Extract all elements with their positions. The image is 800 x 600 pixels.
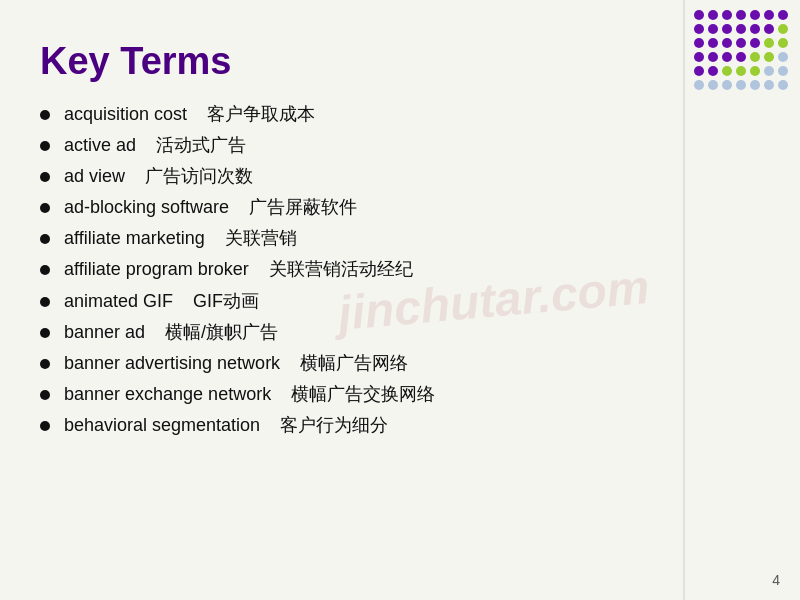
- list-item: behavioral segmentation客户行为细分: [40, 412, 760, 438]
- decoration-dot: [764, 10, 774, 20]
- term-chinese: 关联营销活动经纪: [269, 256, 413, 282]
- decoration-dot: [750, 10, 760, 20]
- decoration-dot: [778, 52, 788, 62]
- term-chinese: 横幅广告交换网络: [291, 381, 435, 407]
- list-item: banner ad横幅/旗帜广告: [40, 319, 760, 345]
- list-item: ad-blocking software广告屏蔽软件: [40, 194, 760, 220]
- bullet-icon: [40, 110, 50, 120]
- decoration-dot: [722, 24, 732, 34]
- list-item: active ad活动式广告: [40, 132, 760, 158]
- decoration-dot: [764, 52, 774, 62]
- decoration-dot: [722, 52, 732, 62]
- decoration-dot: [750, 80, 760, 90]
- term-chinese: 广告访问次数: [145, 163, 253, 189]
- bullet-icon: [40, 141, 50, 151]
- decoration-dot: [750, 52, 760, 62]
- term-chinese: 关联营销: [225, 225, 297, 251]
- bullet-icon: [40, 421, 50, 431]
- decoration-dot: [708, 38, 718, 48]
- term-english: banner advertising network: [64, 350, 280, 376]
- decoration-dot: [764, 80, 774, 90]
- vertical-line: [683, 0, 685, 600]
- dot-decoration: [694, 10, 790, 92]
- decoration-dot: [736, 10, 746, 20]
- decoration-dot: [708, 52, 718, 62]
- term-chinese: 广告屏蔽软件: [249, 194, 357, 220]
- decoration-dot: [736, 52, 746, 62]
- decoration-dot: [764, 24, 774, 34]
- decoration-dot: [778, 80, 788, 90]
- slide: Key Terms acquisition cost客户争取成本active a…: [0, 0, 800, 600]
- decoration-dot: [694, 24, 704, 34]
- bullet-icon: [40, 359, 50, 369]
- decoration-dot: [694, 66, 704, 76]
- decoration-dot: [750, 38, 760, 48]
- bullet-icon: [40, 297, 50, 307]
- list-item: banner exchange network横幅广告交换网络: [40, 381, 760, 407]
- term-english: behavioral segmentation: [64, 412, 260, 438]
- decoration-dot: [736, 80, 746, 90]
- decoration-dot: [708, 24, 718, 34]
- term-chinese: 活动式广告: [156, 132, 246, 158]
- decoration-dot: [778, 38, 788, 48]
- decoration-dot: [694, 10, 704, 20]
- decoration-dot: [736, 66, 746, 76]
- term-english: ad-blocking software: [64, 194, 229, 220]
- decoration-dot: [778, 24, 788, 34]
- term-english: affiliate program broker: [64, 256, 249, 282]
- term-english: affiliate marketing: [64, 225, 205, 251]
- term-english: banner exchange network: [64, 381, 271, 407]
- bullet-icon: [40, 390, 50, 400]
- bullet-icon: [40, 328, 50, 338]
- decoration-dot: [694, 38, 704, 48]
- decoration-dot: [708, 80, 718, 90]
- decoration-dot: [722, 10, 732, 20]
- decoration-dot: [694, 80, 704, 90]
- decoration-dot: [778, 10, 788, 20]
- bullet-icon: [40, 234, 50, 244]
- decoration-dot: [722, 66, 732, 76]
- terms-list: acquisition cost客户争取成本active ad活动式广告ad v…: [40, 101, 760, 438]
- decoration-dot: [722, 38, 732, 48]
- decoration-dot: [722, 80, 732, 90]
- term-english: banner ad: [64, 319, 145, 345]
- decoration-dot: [694, 52, 704, 62]
- list-item: animated GIFGIF动画: [40, 288, 760, 314]
- bullet-icon: [40, 203, 50, 213]
- term-chinese: 横幅/旗帜广告: [165, 319, 278, 345]
- decoration-dot: [708, 66, 718, 76]
- term-english: acquisition cost: [64, 101, 187, 127]
- decoration-dot: [736, 38, 746, 48]
- list-item: affiliate program broker关联营销活动经纪: [40, 256, 760, 282]
- decoration-dot: [764, 38, 774, 48]
- term-chinese: 客户行为细分: [280, 412, 388, 438]
- list-item: affiliate marketing关联营销: [40, 225, 760, 251]
- decoration-dot: [778, 66, 788, 76]
- decoration-dot: [750, 66, 760, 76]
- page-title: Key Terms: [40, 40, 760, 83]
- decoration-dot: [708, 10, 718, 20]
- list-item: ad view广告访问次数: [40, 163, 760, 189]
- term-english: ad view: [64, 163, 125, 189]
- list-item: acquisition cost客户争取成本: [40, 101, 760, 127]
- term-english: active ad: [64, 132, 136, 158]
- page-number: 4: [772, 572, 780, 588]
- bullet-icon: [40, 265, 50, 275]
- decoration-dot: [750, 24, 760, 34]
- decoration-dot: [764, 66, 774, 76]
- decoration-dot: [736, 24, 746, 34]
- list-item: banner advertising network横幅广告网络: [40, 350, 760, 376]
- term-english: animated GIF: [64, 288, 173, 314]
- bullet-icon: [40, 172, 50, 182]
- term-chinese: GIF动画: [193, 288, 259, 314]
- term-chinese: 横幅广告网络: [300, 350, 408, 376]
- term-chinese: 客户争取成本: [207, 101, 315, 127]
